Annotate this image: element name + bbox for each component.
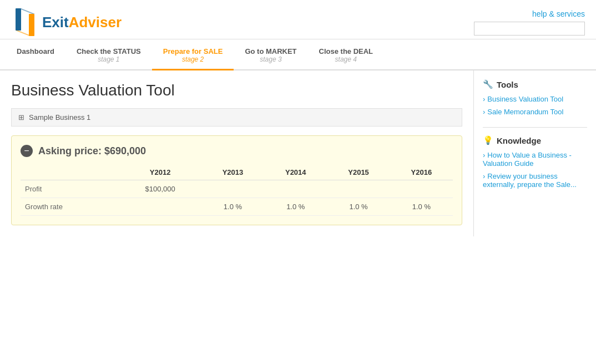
col-label	[21, 165, 119, 180]
row-growth-y2013: 1.0 %	[201, 198, 264, 216]
row-growth-y2012	[119, 198, 201, 216]
col-y2012: Y2012	[119, 165, 201, 180]
search-input[interactable]	[474, 22, 585, 36]
wrench-icon: 🔧	[483, 79, 493, 89]
minus-button[interactable]: −	[21, 145, 33, 157]
header: ExitAdviser help & services	[0, 0, 596, 39]
tools-section: 🔧 Tools Business Valuation Tool Sale Mem…	[483, 79, 587, 116]
right-panel: 🔧 Tools Business Valuation Tool Sale Mem…	[474, 70, 596, 236]
nav-item-status[interactable]: Check the STATUS stage 1	[65, 39, 152, 70]
logo-icon	[11, 6, 39, 39]
sidebar-link-valuation[interactable]: Business Valuation Tool	[483, 95, 587, 103]
nav-item-market[interactable]: Go to MARKET stage 3	[234, 39, 307, 70]
row-growth-y2016: 1.0 %	[390, 198, 453, 216]
row-profit-y2015	[327, 180, 390, 198]
col-y2016: Y2016	[390, 165, 453, 180]
sidebar-link-review-business[interactable]: Review your business externally, prepare…	[483, 172, 587, 189]
row-profit-label: Profit	[21, 180, 119, 198]
business-name: Sample Business 1	[29, 113, 90, 122]
asking-price-text: Asking price: $690,000	[38, 145, 146, 157]
row-growth-y2015: 1.0 %	[327, 198, 390, 216]
col-y2014: Y2014	[264, 165, 327, 180]
valuation-table: Y2012 Y2013 Y2014 Y2015 Y2016 Profit $10…	[21, 165, 453, 216]
col-y2013: Y2013	[201, 165, 264, 180]
left-panel: Business Valuation Tool ⊞ Sample Busines…	[0, 70, 474, 236]
sidebar-divider	[483, 127, 587, 128]
sidebar-link-memorandum[interactable]: Sale Memorandum Tool	[483, 108, 587, 116]
knowledge-title: 💡 Knowledge	[483, 135, 587, 145]
nav-item-dashboard[interactable]: Dashboard	[6, 39, 65, 70]
logo-area: ExitAdviser	[11, 6, 122, 39]
row-profit-y2012: $100,000	[119, 180, 201, 198]
table-row: Growth rate 1.0 % 1.0 % 1.0 % 1.0 %	[21, 198, 453, 216]
asking-price-row: − Asking price: $690,000	[21, 145, 453, 157]
nav-item-sale[interactable]: Prepare for SALE stage 2	[152, 39, 234, 70]
table-row: Profit $100,000	[21, 180, 453, 198]
svg-rect-1	[29, 14, 34, 36]
business-icon: ⊞	[18, 113, 24, 122]
page-title: Business Valuation Tool	[11, 82, 462, 99]
tools-title: 🔧 Tools	[483, 79, 587, 89]
row-growth-label: Growth rate	[21, 198, 119, 216]
help-services-link[interactable]: help & services	[532, 9, 585, 18]
valuation-box: − Asking price: $690,000 Y2012 Y2013 Y20…	[11, 135, 462, 225]
logo-text: ExitAdviser	[42, 14, 122, 31]
header-right: help & services	[474, 9, 585, 36]
nav-item-deal[interactable]: Close the DEAL stage 4	[308, 39, 385, 70]
lightbulb-icon: 💡	[483, 135, 493, 145]
row-growth-y2014: 1.0 %	[264, 198, 327, 216]
main-nav: Dashboard Check the STATUS stage 1 Prepa…	[0, 39, 596, 70]
business-selector[interactable]: ⊞ Sample Business 1	[11, 108, 462, 127]
row-profit-y2014	[264, 180, 327, 198]
sidebar-link-how-to-value[interactable]: How to Value a Business - Valuation Guid…	[483, 151, 587, 168]
col-y2015: Y2015	[327, 165, 390, 180]
row-profit-y2013	[201, 180, 264, 198]
main-content: Business Valuation Tool ⊞ Sample Busines…	[0, 70, 596, 236]
row-profit-y2016	[390, 180, 453, 198]
knowledge-section: 💡 Knowledge How to Value a Business - Va…	[483, 135, 587, 189]
svg-rect-0	[16, 8, 21, 31]
